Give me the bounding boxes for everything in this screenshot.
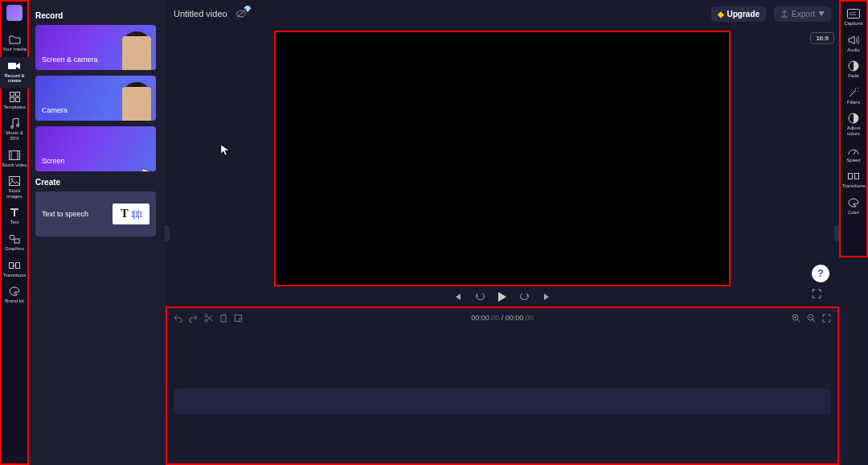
nav-captions[interactable]: CC Captions bbox=[839, 5, 868, 31]
time-sep: / bbox=[499, 314, 506, 322]
export-label: Export bbox=[792, 10, 815, 19]
cc-icon: CC bbox=[847, 8, 860, 19]
nav-label: Stock images bbox=[1, 188, 28, 199]
nav-filters[interactable]: Filters bbox=[839, 84, 868, 110]
paint-icon bbox=[847, 197, 860, 208]
crop-button[interactable] bbox=[234, 314, 243, 323]
svg-rect-14 bbox=[10, 262, 14, 268]
visibility-toggle[interactable]: 💎 bbox=[235, 9, 247, 19]
gem-icon: ◆ bbox=[718, 10, 724, 19]
svg-point-6 bbox=[17, 125, 19, 127]
time-duration-ms: .00 bbox=[523, 314, 534, 322]
preview-area: 16:9 ? bbox=[166, 27, 839, 305]
player-controls bbox=[274, 291, 731, 302]
record-card-camera[interactable]: Camera bbox=[35, 76, 156, 121]
nav-your-media[interactable]: Your media bbox=[0, 31, 29, 57]
svg-rect-21 bbox=[855, 174, 859, 179]
left-nav: Your media Record & create Templates Mus… bbox=[0, 0, 29, 465]
nav-stock-images[interactable]: Stock images bbox=[0, 172, 29, 204]
timeline-tracks[interactable] bbox=[167, 327, 837, 463]
arrows-icon bbox=[8, 260, 21, 271]
nav-label: Text bbox=[10, 220, 18, 225]
app-logo[interactable] bbox=[6, 5, 23, 21]
zoom-out-button[interactable] bbox=[807, 314, 816, 323]
aspect-ratio-button[interactable]: 16:9 bbox=[810, 32, 834, 44]
nav-speed[interactable]: Speed bbox=[839, 142, 868, 168]
skip-end-button[interactable] bbox=[542, 292, 552, 302]
contrast-icon bbox=[847, 113, 860, 124]
undo-button[interactable] bbox=[174, 314, 182, 323]
record-card-label: Screen & camera bbox=[42, 56, 98, 64]
step-back-button[interactable] bbox=[475, 292, 485, 302]
wand-icon bbox=[847, 87, 860, 98]
export-button[interactable]: Export bbox=[774, 6, 831, 22]
svg-point-11 bbox=[11, 179, 13, 180]
svg-text:CC: CC bbox=[850, 11, 857, 16]
play-button[interactable] bbox=[497, 291, 507, 302]
person-graphic bbox=[122, 87, 151, 121]
nav-transitions-right[interactable]: Transitions bbox=[839, 167, 868, 194]
film-icon bbox=[8, 150, 21, 161]
nav-label: Speed bbox=[846, 158, 860, 163]
timeline-time-display: 00:00.00 / 00:00.00 bbox=[471, 314, 534, 322]
svg-point-23 bbox=[205, 315, 207, 317]
record-card-screen-camera[interactable]: Screen & camera bbox=[35, 25, 156, 70]
nav-transitions[interactable]: Transitions bbox=[0, 257, 29, 283]
nav-color[interactable]: Color bbox=[839, 194, 868, 220]
nav-label: Stock video bbox=[2, 163, 27, 168]
svg-rect-20 bbox=[849, 174, 853, 179]
help-button[interactable]: ? bbox=[812, 265, 829, 282]
nav-label: Audio bbox=[847, 47, 859, 53]
delete-button[interactable] bbox=[219, 314, 227, 323]
nav-text[interactable]: Text bbox=[0, 204, 29, 230]
nav-templates[interactable]: Templates bbox=[0, 88, 29, 115]
video-canvas[interactable] bbox=[274, 31, 731, 286]
nav-record-create[interactable]: Record & create bbox=[0, 57, 29, 88]
step-forward-button[interactable] bbox=[520, 292, 530, 302]
svg-rect-2 bbox=[15, 93, 19, 97]
nav-brand-kit[interactable]: Brand kit bbox=[0, 282, 29, 309]
collapse-panel-left[interactable] bbox=[165, 225, 170, 241]
svg-rect-3 bbox=[10, 98, 14, 102]
project-title[interactable]: Untitled video bbox=[174, 9, 227, 19]
svg-rect-4 bbox=[15, 98, 19, 102]
record-card-screen[interactable]: Screen bbox=[35, 126, 156, 171]
record-card-label: Camera bbox=[42, 106, 68, 114]
help-label: ? bbox=[817, 268, 823, 279]
svg-rect-0 bbox=[8, 63, 16, 69]
nav-label: Music & SFX bbox=[1, 130, 28, 141]
gauge-icon bbox=[847, 145, 860, 156]
zoom-in-button[interactable] bbox=[792, 314, 800, 323]
split-button[interactable] bbox=[204, 314, 213, 323]
timeline: 00:00.00 / 00:00.00 bbox=[166, 307, 839, 465]
svg-point-12 bbox=[10, 235, 14, 240]
nav-adjust-colors[interactable]: Adjust colors bbox=[839, 109, 868, 141]
redo-button[interactable] bbox=[189, 314, 198, 323]
nav-fade[interactable]: Fade bbox=[839, 57, 868, 84]
zoom-fit-button[interactable] bbox=[822, 314, 831, 323]
center-area: Untitled video 💎 ◆ Upgrade Export 16:9 ? bbox=[166, 0, 839, 465]
nav-label: Record & create bbox=[1, 73, 28, 84]
svg-point-5 bbox=[11, 126, 14, 129]
fullscreen-button[interactable] bbox=[812, 289, 821, 298]
upgrade-button[interactable]: ◆ Upgrade bbox=[711, 6, 767, 22]
svg-rect-7 bbox=[10, 150, 20, 159]
svg-rect-13 bbox=[14, 239, 19, 243]
nav-music-sfx[interactable]: Music & SFX bbox=[0, 114, 29, 146]
timeline-toolbar: 00:00.00 / 00:00.00 bbox=[167, 308, 837, 327]
nav-audio[interactable]: Audio bbox=[839, 31, 868, 58]
upload-icon bbox=[780, 10, 788, 18]
nav-graphics[interactable]: Graphics bbox=[0, 230, 29, 257]
record-card-label: Screen bbox=[42, 157, 65, 165]
nav-label: Captions bbox=[844, 21, 863, 27]
time-current-ms: .00 bbox=[489, 314, 500, 322]
music-icon bbox=[8, 117, 21, 129]
empty-track[interactable] bbox=[174, 389, 831, 414]
svg-point-26 bbox=[239, 319, 242, 322]
create-card-tts[interactable]: Text to speech Tɪ|ɪ|ɪ bbox=[35, 191, 156, 237]
nav-stock-video[interactable]: Stock video bbox=[0, 146, 29, 173]
skip-start-button[interactable] bbox=[452, 292, 462, 302]
collapse-panel-right[interactable] bbox=[834, 225, 839, 241]
text-icon bbox=[8, 207, 21, 218]
image-icon bbox=[8, 175, 21, 187]
